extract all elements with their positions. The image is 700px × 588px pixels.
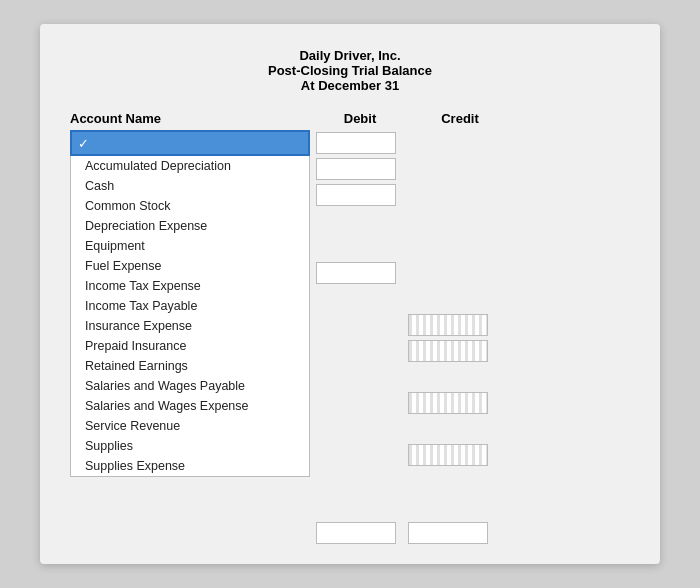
input-row-10: [310, 390, 494, 416]
account-column-header: Account Name: [70, 111, 310, 126]
credit-box-12: [408, 444, 488, 466]
debit-input-0[interactable]: [316, 132, 396, 154]
input-boxes-area: [310, 130, 494, 572]
spacer-row-13: [310, 468, 494, 494]
column-headers: Account Name Debit Credit: [70, 111, 630, 126]
dropdown-item-4[interactable]: Equipment: [71, 236, 309, 256]
credit-box-7: [408, 314, 488, 336]
dropdown-item-10[interactable]: Retained Earnings: [71, 356, 309, 376]
main-content: ✓ Accumulated Depreciation Cash Common S…: [70, 130, 630, 477]
spacer-row-6: [310, 286, 494, 312]
input-row-1: [310, 156, 494, 182]
dropdown-item-8[interactable]: Insurance Expense: [71, 316, 309, 336]
spacer-row-9: [310, 364, 494, 390]
dropdown-item-15[interactable]: Supplies Expense: [71, 456, 309, 476]
dropdown-list: Accumulated Depreciation Cash Common Sto…: [70, 156, 310, 477]
company-name: Daily Driver, Inc.: [70, 48, 630, 63]
dropdown-item-5[interactable]: Fuel Expense: [71, 256, 309, 276]
input-row-8: [310, 338, 494, 364]
dropdown-item-2[interactable]: Common Stock: [71, 196, 309, 216]
input-row-2: [310, 182, 494, 208]
checkmark-icon: ✓: [78, 136, 89, 151]
credit-column-header: Credit: [410, 111, 510, 126]
input-row-12: [310, 442, 494, 468]
dropdown-item-13[interactable]: Service Revenue: [71, 416, 309, 436]
debit-input-15[interactable]: [316, 522, 396, 544]
account-dropdown[interactable]: ✓ Accumulated Depreciation Cash Common S…: [70, 130, 310, 477]
input-row-15: [310, 520, 494, 546]
dropdown-item-3[interactable]: Depreciation Expense: [71, 216, 309, 236]
dropdown-selected-item[interactable]: ✓: [70, 130, 310, 156]
spacer-row-14: [310, 494, 494, 520]
credit-box-8: [408, 340, 488, 362]
spacer-row-11: [310, 416, 494, 442]
debit-input-2[interactable]: [316, 184, 396, 206]
report-header: Daily Driver, Inc. Post-Closing Trial Ba…: [70, 48, 630, 93]
spacer-row-16: [310, 546, 494, 572]
debit-input-1[interactable]: [316, 158, 396, 180]
input-row-0: [310, 130, 494, 156]
credit-input-15[interactable]: [408, 522, 488, 544]
spacer-row-4: [310, 234, 494, 260]
dropdown-item-0[interactable]: Accumulated Depreciation: [71, 156, 309, 176]
dropdown-item-11[interactable]: Salaries and Wages Payable: [71, 376, 309, 396]
spacer-row-3: [310, 208, 494, 234]
input-row-7: [310, 312, 494, 338]
credit-box-10: [408, 392, 488, 414]
report-date: At December 31: [70, 78, 630, 93]
input-row-5: [310, 260, 494, 286]
dropdown-item-7[interactable]: Income Tax Payable: [71, 296, 309, 316]
dropdown-item-1[interactable]: Cash: [71, 176, 309, 196]
debit-input-5[interactable]: [316, 262, 396, 284]
dropdown-item-9[interactable]: Prepaid Insurance: [71, 336, 309, 356]
page: Daily Driver, Inc. Post-Closing Trial Ba…: [40, 24, 660, 564]
dropdown-item-12[interactable]: Salaries and Wages Expense: [71, 396, 309, 416]
debit-column-header: Debit: [310, 111, 410, 126]
dropdown-item-6[interactable]: Income Tax Expense: [71, 276, 309, 296]
dropdown-item-14[interactable]: Supplies: [71, 436, 309, 456]
report-title: Post-Closing Trial Balance: [70, 63, 630, 78]
